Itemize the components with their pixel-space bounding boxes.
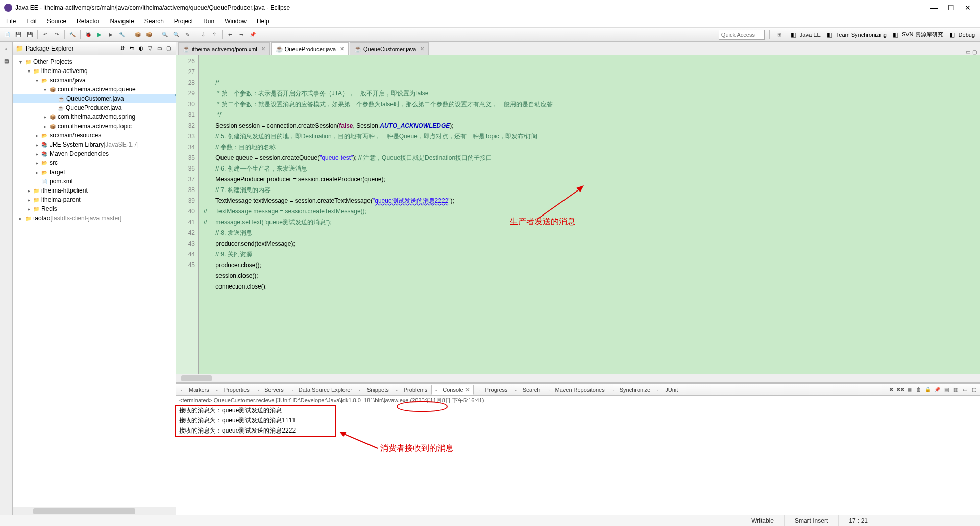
minimize-editor-button[interactable]: ▭ [966, 49, 970, 55]
quick-access-input[interactable] [719, 30, 765, 40]
save-all-button[interactable]: 💾 [24, 30, 35, 40]
maximize-panel-button[interactable]: ▢ [970, 386, 978, 394]
bottom-tab-synchronize[interactable]: ▫Synchronize [609, 386, 654, 394]
restore-icon[interactable]: ▫ [2, 44, 11, 53]
bottom-tab-progress[interactable]: ▫Progress [475, 386, 511, 394]
code-editor[interactable]: 2627282930313233343536373839404142434445… [176, 55, 980, 374]
perspective-debug[interactable]: ◧Debug [946, 30, 978, 39]
tree-node[interactable]: ▾📁itheima-activemq [13, 66, 176, 76]
editor-tab[interactable]: ☕QueueProducer.java✕ [271, 42, 349, 55]
bottom-tab-servers[interactable]: ▫Servers [254, 386, 287, 394]
focus-task-button[interactable]: ◐ [137, 44, 145, 53]
tree-node[interactable]: ▸📁itheima-parent [13, 195, 176, 204]
close-button[interactable]: ✕ [965, 4, 971, 12]
tree-node[interactable]: ▸📚Maven Dependencies [13, 149, 176, 158]
menu-source[interactable]: Source [43, 17, 70, 26]
open-console-button[interactable]: ▥ [951, 386, 960, 394]
bottom-tab-data-source-explorer[interactable]: ▫Data Source Explorer [288, 386, 355, 394]
menu-refactor[interactable]: Refactor [72, 17, 104, 26]
bottom-tab-search[interactable]: ▫Search [512, 386, 544, 394]
view-menu-button[interactable]: ▽ [146, 44, 154, 53]
minimize-view-button[interactable]: ▭ [155, 44, 163, 53]
remove-all-button[interactable]: ✖✖ [896, 386, 904, 394]
tree-node[interactable]: ▸📁itheima-httpclient [13, 186, 176, 195]
tree-node[interactable]: ☕QueueProducer.java [13, 103, 176, 112]
display-console-button[interactable]: ▤ [942, 386, 950, 394]
back-button[interactable]: ⬅ [225, 30, 235, 40]
perspective-java-ee[interactable]: ◧Java EE [788, 30, 824, 39]
minimize-panel-button[interactable]: ▭ [961, 386, 969, 394]
bottom-tab-markers[interactable]: ▫Markers [178, 386, 212, 394]
editor-h-scrollbar[interactable] [176, 374, 980, 382]
next-annotation-button[interactable]: ⇩ [198, 30, 208, 40]
new-package-button[interactable]: 📦 [144, 30, 154, 40]
tree-node[interactable]: ▸📁Redis [13, 204, 176, 213]
tree-node[interactable]: ▸📦com.itheima.activemq.spring [13, 112, 176, 122]
tree-node[interactable]: ▸📂src/main/resources [13, 131, 176, 140]
maximize-button[interactable]: ☐ [948, 4, 954, 12]
code-text[interactable]: /* * 第一个参数：表示是否开启分布式事务（JTA），一般不开启，即设置为fa… [199, 55, 980, 374]
clear-console-button[interactable]: 🗑 [915, 386, 923, 394]
tree-node[interactable]: ▸📁taotao [fastdfs-client-java master] [13, 213, 176, 223]
bottom-tab-snippets[interactable]: ▫Snippets [356, 386, 392, 394]
menu-project[interactable]: Project [170, 17, 197, 26]
menu-help[interactable]: Help [253, 17, 274, 26]
perspective-svn-资源库研究[interactable]: ◧SVN 资源库研究 [890, 30, 946, 39]
undo-button[interactable]: ↶ [40, 30, 51, 40]
menu-window[interactable]: Window [220, 17, 251, 26]
bottom-tab-maven-repositories[interactable]: ▫Maven Repositories [544, 386, 607, 394]
remove-launch-button[interactable]: ✖ [887, 386, 895, 394]
bottom-tab-console[interactable]: ▫Console ✕ [431, 385, 473, 395]
open-type-button[interactable]: 🔍 [160, 30, 170, 40]
tree-node[interactable]: ▾📦com.itheima.activemq.queue [13, 85, 176, 94]
scroll-lock-button[interactable]: 🔒 [924, 386, 932, 394]
run-button[interactable]: ▶ [94, 30, 105, 40]
open-perspective-button[interactable]: ⊞ [774, 30, 785, 40]
save-button[interactable]: 💾 [13, 30, 23, 40]
menu-run[interactable]: Run [199, 17, 218, 26]
tree-node[interactable]: ▸📦com.itheima.activemq.topic [13, 122, 176, 131]
terminate-button[interactable]: ◼ [905, 386, 914, 394]
close-tab-icon[interactable]: ✕ [340, 46, 344, 52]
new-button[interactable]: 📄 [2, 30, 12, 40]
close-tab-icon[interactable]: ✕ [261, 46, 265, 52]
external-tools-button[interactable]: 🔧 [117, 30, 127, 40]
forward-button[interactable]: ➡ [236, 30, 247, 40]
tree-node[interactable]: ☕QueueCustomer.java [13, 94, 176, 103]
bottom-tab-junit[interactable]: ▫JUnit [654, 386, 681, 394]
tree-node[interactable]: ▸📂target [13, 168, 176, 177]
bottom-tab-properties[interactable]: ▫Properties [213, 386, 253, 394]
debug-button[interactable]: 🐞 [83, 30, 93, 40]
build-button[interactable]: 🔨 [67, 30, 78, 40]
project-tree[interactable]: ▾📁Other Projects▾📁itheima-activemq▾📂src/… [13, 55, 176, 507]
pin-button[interactable]: 📌 [248, 30, 258, 40]
maximize-editor-button[interactable]: ▢ [972, 49, 977, 55]
outline-icon[interactable]: ▤ [2, 56, 11, 65]
tree-node[interactable]: 📄pom.xml [13, 177, 176, 186]
run-last-button[interactable]: ▶ [106, 30, 116, 40]
collapse-all-button[interactable]: ⇵ [118, 44, 127, 53]
close-tab-icon[interactable]: ✕ [420, 46, 424, 52]
prev-annotation-button[interactable]: ⇧ [209, 30, 219, 40]
tree-node[interactable]: ▾📂src/main/java [13, 76, 176, 85]
tree-node[interactable]: ▸📚JRE System Library [JavaSE-1.7] [13, 140, 176, 149]
editor-tab[interactable]: ☕QueueCustomer.java✕ [350, 42, 429, 55]
menu-navigate[interactable]: Navigate [106, 17, 138, 26]
tree-node[interactable]: ▾📁Other Projects [13, 57, 176, 66]
minimize-button[interactable]: — [930, 4, 938, 12]
maximize-view-button[interactable]: ▢ [164, 44, 173, 53]
redo-button[interactable]: ↷ [52, 30, 62, 40]
menu-edit[interactable]: Edit [22, 17, 41, 26]
menu-file[interactable]: File [2, 17, 20, 26]
bottom-tab-problems[interactable]: ▫Problems [393, 386, 430, 394]
console-output[interactable]: 接收的消息为：queue测试发送的消息接收的消息为：queue测试发送的消息11… [176, 405, 980, 515]
tree-node[interactable]: ▸📂src [13, 158, 176, 168]
link-editor-button[interactable]: ⇆ [128, 44, 136, 53]
new-server-button[interactable]: 📦 [133, 30, 143, 40]
perspective-team-synchronizing[interactable]: ◧Team Synchronizing [824, 30, 890, 39]
editor-tab[interactable]: ☕itheima-activemq/pom.xml✕ [178, 42, 270, 55]
pin-console-button[interactable]: 📌 [933, 386, 941, 394]
search-button[interactable]: 🔍 [171, 30, 181, 40]
h-scrollbar[interactable] [13, 507, 176, 515]
toggle-mark-button[interactable]: ✎ [182, 30, 192, 40]
